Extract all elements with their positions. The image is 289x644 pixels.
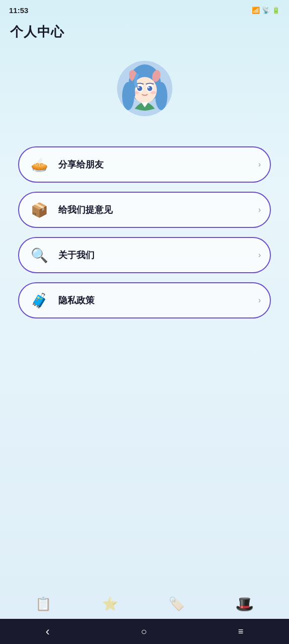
about-menu-item[interactable]: 🔍 关于我们 › xyxy=(18,237,271,273)
nav-profile-icon: 🎩 xyxy=(235,595,254,613)
share-icon: 🥧 xyxy=(28,153,50,176)
status-icons: 📶 📡 🔋 xyxy=(252,7,280,14)
page-title: 个人中心 xyxy=(0,18,289,41)
signal-icon: 📡 xyxy=(262,7,270,14)
feedback-menu-item[interactable]: 📦 给我们提意见 › xyxy=(18,192,271,228)
svg-point-11 xyxy=(138,87,139,89)
feedback-label: 给我们提意见 xyxy=(58,204,258,216)
privacy-label: 隐私政策 xyxy=(58,294,258,306)
share-label: 分享给朋友 xyxy=(58,158,258,171)
status-time: 11:53 xyxy=(9,6,28,15)
svg-point-5 xyxy=(155,82,167,110)
privacy-icon: 🧳 xyxy=(28,289,50,311)
nav-home-icon: 📋 xyxy=(35,596,51,612)
nav-item-star[interactable]: ⭐ xyxy=(102,596,118,612)
nav-tag-icon: 🏷️ xyxy=(168,596,184,612)
back-button[interactable]: ‹ xyxy=(46,624,50,638)
avatar-section xyxy=(0,61,289,116)
wifi-icon: 📶 xyxy=(252,7,260,14)
nav-item-tag[interactable]: 🏷️ xyxy=(168,596,184,612)
feedback-arrow-icon: › xyxy=(258,205,261,214)
avatar[interactable] xyxy=(117,61,172,116)
feedback-icon: 📦 xyxy=(28,199,50,221)
privacy-menu-item[interactable]: 🧳 隐私政策 › xyxy=(18,282,271,318)
nav-item-home[interactable]: 📋 xyxy=(35,596,51,612)
privacy-arrow-icon: › xyxy=(258,296,261,305)
svg-point-12 xyxy=(148,87,149,89)
status-bar: 11:53 📶 📡 🔋 xyxy=(0,0,289,18)
svg-point-10 xyxy=(147,86,152,91)
menu-button[interactable]: ≡ xyxy=(238,626,244,637)
nav-item-profile[interactable]: 🎩 xyxy=(235,595,254,613)
nav-star-icon: ⭐ xyxy=(102,596,118,612)
battery-icon: 🔋 xyxy=(272,7,280,14)
share-menu-item[interactable]: 🥧 分享给朋友 › xyxy=(18,146,271,183)
system-bar: ‹ ○ ≡ xyxy=(0,619,289,644)
home-button[interactable]: ○ xyxy=(141,626,147,637)
svg-point-14 xyxy=(150,91,156,94)
svg-point-9 xyxy=(137,86,142,91)
about-label: 关于我们 xyxy=(58,249,258,261)
bottom-nav: 📋 ⭐ 🏷️ 🎩 xyxy=(0,589,289,619)
menu-list: 🥧 分享给朋友 › 📦 给我们提意见 › 🔍 关于我们 › 🧳 隐私政策 › xyxy=(0,146,289,318)
share-arrow-icon: › xyxy=(258,160,261,169)
about-arrow-icon: › xyxy=(258,251,261,260)
about-icon: 🔍 xyxy=(28,244,50,266)
